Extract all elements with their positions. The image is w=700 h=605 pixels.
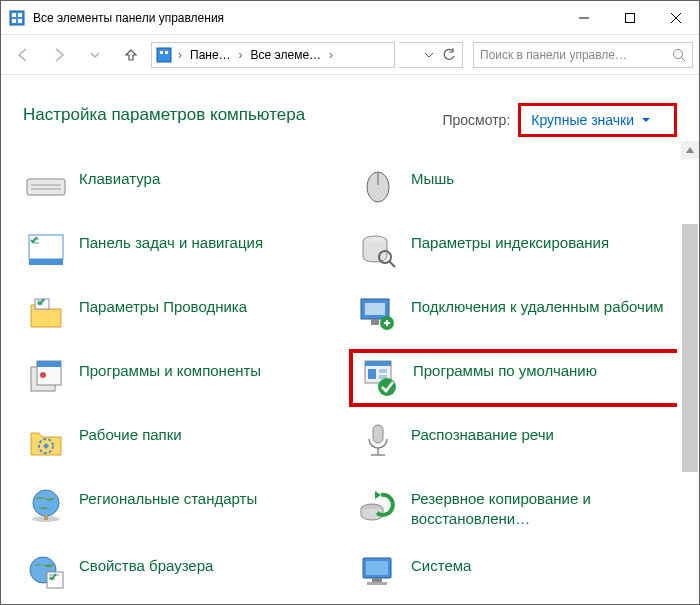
svg-rect-10 bbox=[160, 51, 163, 54]
svg-rect-52 bbox=[367, 582, 387, 585]
svg-line-7 bbox=[671, 13, 681, 23]
svg-rect-1 bbox=[12, 13, 16, 17]
svg-point-38 bbox=[378, 378, 396, 396]
item-region[interactable]: Региональные стандарты bbox=[23, 481, 345, 534]
items-grid: Клавиатура Мышь Панель задач и навигация… bbox=[23, 161, 677, 591]
svg-rect-11 bbox=[165, 51, 168, 54]
chevron-right-icon[interactable]: › bbox=[176, 48, 184, 62]
svg-rect-45 bbox=[44, 515, 48, 520]
back-button[interactable] bbox=[7, 40, 39, 70]
chevron-right-icon[interactable]: › bbox=[327, 48, 335, 62]
item-programs-features[interactable]: Программы и компоненты bbox=[23, 353, 345, 403]
item-label: Рабочие папки bbox=[79, 421, 182, 445]
svg-point-32 bbox=[40, 372, 46, 378]
programs-icon bbox=[25, 357, 67, 399]
address-bar: › Пане… › Все элеме… › Поиск в панели уп… bbox=[1, 35, 699, 75]
svg-rect-4 bbox=[18, 19, 22, 23]
svg-line-23 bbox=[389, 261, 395, 267]
up-button[interactable] bbox=[115, 40, 147, 70]
refresh-icon[interactable] bbox=[442, 48, 456, 62]
item-work-folders[interactable]: Рабочие папки bbox=[23, 417, 345, 467]
folder-options-icon bbox=[25, 293, 67, 335]
page-title: Настройка параметров компьютера bbox=[23, 105, 305, 125]
item-label: Панель задач и навигация bbox=[79, 229, 263, 253]
globe-icon bbox=[25, 485, 67, 527]
view-dropdown[interactable]: Крупные значки bbox=[518, 103, 677, 137]
item-label: Распознавание речи bbox=[411, 421, 554, 445]
item-label: Параметры Проводника bbox=[79, 293, 247, 317]
item-label: Подключения к удаленным рабочим bbox=[411, 293, 664, 317]
item-taskbar[interactable]: Панель задач и навигация bbox=[23, 225, 345, 275]
window-title: Все элементы панели управления bbox=[33, 11, 561, 25]
item-speech[interactable]: Распознавание речи bbox=[355, 417, 677, 467]
minimize-button[interactable] bbox=[561, 3, 607, 33]
svg-rect-50 bbox=[366, 561, 388, 575]
svg-rect-14 bbox=[27, 179, 65, 195]
titlebar: Все элементы панели управления bbox=[1, 1, 699, 35]
chevron-right-icon[interactable]: › bbox=[237, 48, 245, 62]
item-indexing[interactable]: Параметры индексирования bbox=[355, 225, 677, 275]
microphone-icon bbox=[357, 421, 399, 463]
address-controls bbox=[399, 42, 463, 68]
mouse-icon bbox=[357, 165, 399, 207]
scrollbar-thumb[interactable] bbox=[681, 223, 699, 473]
item-remote-desktop[interactable]: Подключения к удаленным рабочим bbox=[355, 289, 677, 339]
keyboard-icon bbox=[25, 165, 67, 207]
svg-point-12 bbox=[674, 49, 683, 58]
item-label: Программы и компоненты bbox=[79, 357, 261, 381]
item-keyboard[interactable]: Клавиатура bbox=[23, 161, 345, 211]
svg-rect-3 bbox=[12, 19, 16, 23]
chevron-down-icon[interactable] bbox=[424, 50, 434, 60]
view-label: Просмотр: bbox=[442, 112, 510, 128]
indexing-icon bbox=[357, 229, 399, 271]
item-label: Программы по умолчанию bbox=[413, 357, 597, 381]
svg-rect-36 bbox=[379, 369, 387, 373]
svg-rect-26 bbox=[365, 303, 385, 315]
svg-rect-34 bbox=[365, 361, 391, 366]
svg-rect-2 bbox=[18, 13, 22, 17]
item-label: Резервное копирование и восстановлени… bbox=[411, 485, 675, 530]
svg-rect-9 bbox=[157, 48, 171, 62]
item-system[interactable]: Система bbox=[355, 548, 677, 592]
item-label: Клавиатура bbox=[79, 165, 160, 189]
control-panel-icon bbox=[156, 47, 172, 63]
remote-desktop-icon bbox=[357, 293, 399, 335]
item-mouse[interactable]: Мышь bbox=[355, 161, 677, 211]
item-label: Мышь bbox=[411, 165, 454, 189]
scroll-up-button[interactable] bbox=[681, 141, 699, 159]
svg-line-8 bbox=[671, 13, 681, 23]
recent-dropdown[interactable] bbox=[79, 40, 111, 70]
address-field[interactable]: › Пане… › Все элеме… › bbox=[151, 42, 395, 68]
item-label: Параметры индексирования bbox=[411, 229, 609, 253]
search-placeholder: Поиск в панели управле… bbox=[480, 48, 627, 62]
default-programs-icon bbox=[359, 357, 401, 399]
svg-rect-51 bbox=[372, 578, 382, 582]
taskbar-icon bbox=[25, 229, 67, 271]
backup-icon bbox=[357, 485, 399, 527]
item-internet-options[interactable]: Свойства браузера bbox=[23, 548, 345, 592]
item-label: Система bbox=[411, 552, 471, 576]
svg-rect-6 bbox=[626, 13, 635, 22]
close-button[interactable] bbox=[653, 3, 699, 33]
search-icon bbox=[672, 48, 686, 62]
svg-rect-35 bbox=[368, 369, 376, 379]
internet-options-icon bbox=[25, 552, 67, 592]
item-label: Свойства браузера bbox=[79, 552, 213, 576]
content-area: Настройка параметров компьютера Просмотр… bbox=[1, 75, 699, 591]
system-icon bbox=[357, 552, 399, 592]
item-backup-restore[interactable]: Резервное копирование и восстановлени… bbox=[355, 481, 677, 534]
item-label: Региональные стандарты bbox=[79, 485, 257, 509]
svg-rect-20 bbox=[29, 259, 63, 265]
control-panel-icon bbox=[9, 10, 25, 26]
item-default-programs[interactable]: Программы по умолчанию bbox=[349, 349, 677, 407]
breadcrumb-root[interactable]: Пане… bbox=[184, 43, 237, 67]
item-explorer-options[interactable]: Параметры Проводника bbox=[23, 289, 345, 339]
view-value: Крупные значки bbox=[531, 112, 634, 128]
breadcrumb-current[interactable]: Все элеме… bbox=[245, 43, 327, 67]
svg-line-13 bbox=[682, 57, 686, 61]
forward-button[interactable] bbox=[43, 40, 75, 70]
search-input[interactable]: Поиск в панели управле… bbox=[473, 42, 693, 68]
svg-rect-27 bbox=[371, 319, 379, 325]
svg-rect-31 bbox=[37, 361, 61, 367]
maximize-button[interactable] bbox=[607, 3, 653, 33]
